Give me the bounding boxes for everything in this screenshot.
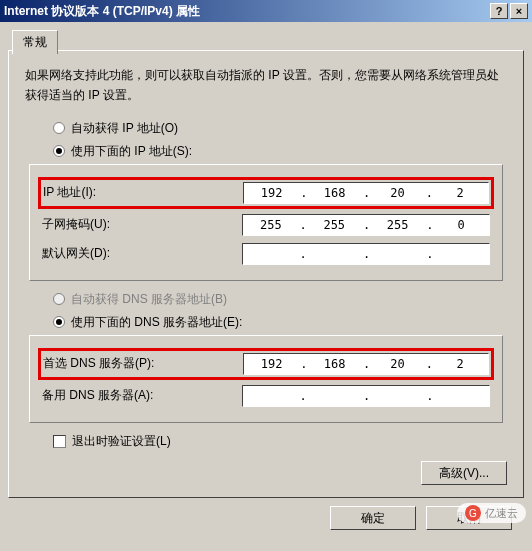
validate-on-exit[interactable]: 退出时验证设置(L) [53,433,507,450]
ip-octet[interactable]: 2 [445,186,475,200]
ip-address-label: IP 地址(I): [43,184,243,201]
radio-manual-ip-label: 使用下面的 IP 地址(S): [71,143,192,160]
titlebar: Internet 协议版本 4 (TCP/IPv4) 属性 ? × [0,0,532,22]
radio-manual-dns-label: 使用下面的 DNS 服务器地址(E): [71,314,242,331]
subnet-mask-row: 子网掩码(U): 255. 255. 255. 0 [42,212,490,238]
preferred-dns-input[interactable]: 192. 168. 20. 2 [243,353,489,375]
tab-panel-general: 如果网络支持此功能，则可以获取自动指派的 IP 设置。否则，您需要从网络系统管理… [8,50,524,498]
ip-octet[interactable]: 255 [319,218,349,232]
dialog-footer: 确定 取消 [8,498,524,530]
ip-octet[interactable]: 168 [320,186,350,200]
ok-button-label: 确定 [361,511,385,525]
radio-manual-dns[interactable]: 使用下面的 DNS 服务器地址(E): [53,314,507,331]
radio-icon [53,316,65,328]
radio-auto-dns-label: 自动获得 DNS 服务器地址(B) [71,291,227,308]
preferred-dns-row: 首选 DNS 服务器(P): 192. 168. 20. 2 [38,348,494,380]
alternate-dns-input[interactable]: . . . [242,385,490,407]
ip-octet[interactable]: 0 [446,218,476,232]
ip-octet[interactable]: 168 [320,357,350,371]
validate-on-exit-label: 退出时验证设置(L) [72,433,171,450]
tabstrip: 常规 [8,28,524,50]
watermark: G 亿速云 [457,503,526,523]
tab-general[interactable]: 常规 [12,30,58,54]
alternate-dns-row: 备用 DNS 服务器(A): . . . [42,383,490,409]
watermark-logo-icon: G [465,505,481,521]
tab-general-label: 常规 [23,35,47,49]
radio-auto-dns: 自动获得 DNS 服务器地址(B) [53,291,507,308]
description-text: 如果网络支持此功能，则可以获取自动指派的 IP 设置。否则，您需要从网络系统管理… [25,65,507,106]
ip-address-row: IP 地址(I): 192. 168. 20. 2 [38,177,494,209]
ip-octet[interactable]: 255 [383,218,413,232]
ip-octet[interactable]: 20 [382,357,412,371]
radio-auto-ip-label: 自动获得 IP 地址(O) [71,120,178,137]
watermark-text: 亿速云 [485,506,518,521]
gateway-row: 默认网关(D): . . . [42,241,490,267]
preferred-dns-label: 首选 DNS 服务器(P): [43,355,243,372]
window-title: Internet 协议版本 4 (TCP/IPv4) 属性 [4,0,200,22]
advanced-button-label: 高级(V)... [439,466,489,480]
advanced-button[interactable]: 高级(V)... [421,461,507,485]
ip-octet[interactable]: 192 [257,186,287,200]
alternate-dns-label: 备用 DNS 服务器(A): [42,387,242,404]
radio-auto-ip[interactable]: 自动获得 IP 地址(O) [53,120,507,137]
ip-octet[interactable]: 2 [445,357,475,371]
ip-octet[interactable]: 20 [382,186,412,200]
gateway-label: 默认网关(D): [42,245,242,262]
radio-manual-ip[interactable]: 使用下面的 IP 地址(S): [53,143,507,160]
ip-group: IP 地址(I): 192. 168. 20. 2 子网掩码(U): 255. … [29,164,503,281]
radio-icon [53,122,65,134]
help-icon[interactable]: ? [490,3,508,19]
subnet-mask-label: 子网掩码(U): [42,216,242,233]
gateway-input[interactable]: . . . [242,243,490,265]
radio-icon [53,293,65,305]
dns-group: 首选 DNS 服务器(P): 192. 168. 20. 2 备用 DNS 服务… [29,335,503,423]
ip-octet[interactable]: 255 [256,218,286,232]
radio-icon [53,145,65,157]
subnet-mask-input[interactable]: 255. 255. 255. 0 [242,214,490,236]
close-icon[interactable]: × [510,3,528,19]
ip-address-input[interactable]: 192. 168. 20. 2 [243,182,489,204]
checkbox-icon [53,435,66,448]
ip-octet[interactable]: 192 [257,357,287,371]
ok-button[interactable]: 确定 [330,506,416,530]
